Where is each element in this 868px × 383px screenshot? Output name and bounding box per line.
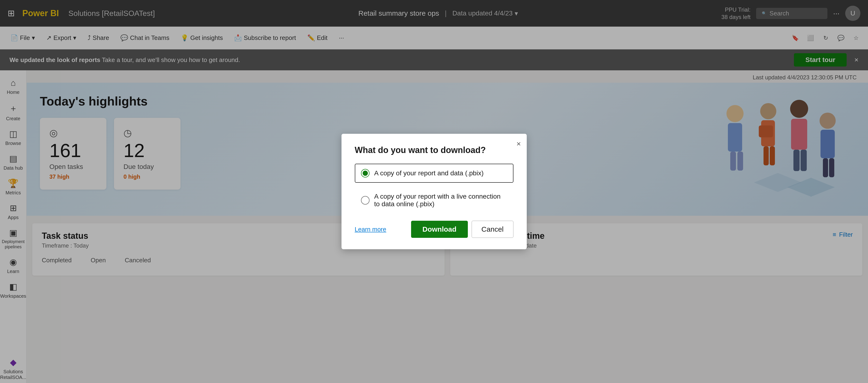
download-modal: × What do you want to download? A copy o… — [341, 134, 527, 249]
modal-footer: Learn more Download Cancel — [355, 221, 514, 238]
cancel-button[interactable]: Cancel — [472, 221, 513, 238]
radio-circle-2 — [361, 196, 370, 205]
modal-actions: Download Cancel — [411, 221, 514, 238]
download-button[interactable]: Download — [411, 221, 468, 238]
radio-option-2[interactable]: A copy of your report with a live connec… — [355, 187, 514, 213]
modal-close-button[interactable]: × — [517, 140, 521, 148]
modal-overlay: × What do you want to download? A copy o… — [0, 0, 868, 383]
radio-label-2: A copy of your report with a live connec… — [374, 193, 507, 208]
learn-more-link[interactable]: Learn more — [355, 226, 386, 233]
modal-title: What do you want to download? — [355, 145, 514, 155]
radio-label-1: A copy of your report and data (.pbix) — [374, 169, 484, 177]
radio-circle-1 — [361, 169, 370, 177]
radio-option-1[interactable]: A copy of your report and data (.pbix) — [355, 164, 514, 183]
